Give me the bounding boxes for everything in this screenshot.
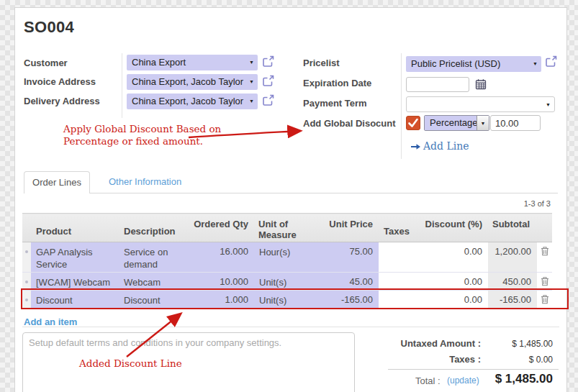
cell-product[interactable]: GAP Analysis Service bbox=[31, 242, 119, 273]
row-gutter bbox=[22, 242, 31, 273]
cell-description[interactable]: Service on demand bbox=[119, 242, 189, 273]
payment-term-select[interactable]: ▼ bbox=[406, 96, 555, 112]
cell-unit-price[interactable]: 75.00 bbox=[325, 242, 379, 273]
total-value: $ 1,485.00 bbox=[459, 372, 553, 386]
cell-actions bbox=[537, 273, 552, 291]
cell-uom[interactable]: Unit(s) bbox=[254, 291, 325, 309]
col-unit-of-measure[interactable]: Unit of Measure bbox=[254, 214, 325, 242]
arrow-right-icon bbox=[411, 143, 420, 150]
row-gutter bbox=[22, 273, 31, 291]
delete-row-icon[interactable] bbox=[541, 276, 549, 288]
taxes-total-value: $ 0.00 bbox=[459, 355, 553, 365]
cell-unit-price[interactable]: 45.00 bbox=[325, 273, 379, 291]
cell-uom[interactable]: Unit(s) bbox=[254, 273, 325, 291]
cell-product[interactable]: [WCAM] Webcam bbox=[31, 273, 119, 291]
cell-discount[interactable]: 0.00 bbox=[420, 273, 488, 291]
chevron-down-icon: ▼ bbox=[546, 97, 551, 112]
annotation-added-discount-line: Added Discount Line bbox=[79, 357, 182, 370]
col-unit-price[interactable]: Unit Price bbox=[325, 214, 379, 242]
col-description[interactable]: Description bbox=[119, 214, 189, 242]
delivery-address-label: Delivery Address bbox=[24, 96, 100, 106]
col-subtotal[interactable]: Subtotal bbox=[488, 214, 537, 242]
pricelist-label: Pricelist bbox=[303, 58, 340, 68]
row-gutter bbox=[22, 291, 31, 309]
calendar-icon[interactable] bbox=[475, 78, 487, 93]
terms-notes-textarea[interactable] bbox=[22, 332, 355, 392]
customer-select[interactable]: China Export ▼ bbox=[127, 55, 258, 70]
cell-taxes[interactable] bbox=[379, 273, 420, 291]
totals-divider bbox=[388, 369, 559, 370]
invoice-address-external-link-icon[interactable] bbox=[262, 75, 274, 87]
col-product[interactable]: Product bbox=[31, 214, 119, 242]
cell-uom[interactable]: Hour(s) bbox=[254, 242, 325, 273]
drag-handle-icon[interactable] bbox=[25, 298, 28, 301]
col-discount[interactable]: Discount (%) bbox=[420, 214, 488, 242]
add-line-button[interactable]: Add Line bbox=[411, 140, 469, 152]
tab-order-lines[interactable]: Order Lines bbox=[24, 171, 90, 193]
cell-taxes[interactable] bbox=[379, 242, 420, 273]
invoice-address-value: China Export, Jacob Taylor bbox=[132, 76, 243, 87]
sale-order-card: SO004 Customer Invoice Address Delivery … bbox=[14, 7, 567, 392]
cell-qty[interactable]: 16.000 bbox=[189, 242, 254, 273]
delete-row-icon[interactable] bbox=[541, 246, 549, 258]
delivery-address-select[interactable]: China Export, Jacob Taylor ▼ bbox=[127, 94, 258, 109]
delete-row-icon[interactable] bbox=[541, 294, 549, 306]
sale-order-page: SO004 Customer Invoice Address Delivery … bbox=[0, 0, 578, 392]
invoice-address-select[interactable]: China Export, Jacob Taylor ▼ bbox=[127, 74, 258, 90]
delivery-address-external-link-icon[interactable] bbox=[262, 94, 274, 106]
page-title: SO004 bbox=[24, 18, 74, 37]
payment-term-label: Payment Term bbox=[303, 98, 367, 109]
cell-description[interactable]: Discount bbox=[119, 291, 189, 309]
drag-handle-icon[interactable] bbox=[25, 281, 28, 283]
table-row[interactable]: [WCAM] Webcam Webcam 10.000 Unit(s) 45.0… bbox=[22, 273, 552, 291]
drag-handle-icon[interactable] bbox=[25, 250, 28, 253]
cell-taxes[interactable] bbox=[379, 291, 420, 309]
col-taxes[interactable]: Taxes bbox=[379, 214, 420, 242]
add-an-item-link[interactable]: Add an item bbox=[24, 316, 77, 327]
expiration-date-label: Expiration Date bbox=[303, 78, 371, 88]
order-lines-table: Product Description Ordered Qty Unit of … bbox=[22, 213, 552, 309]
customer-label: Customer bbox=[24, 58, 68, 68]
cell-subtotal: -165.00 bbox=[488, 291, 537, 309]
pager[interactable]: 1-3 of 3 bbox=[524, 199, 551, 208]
gutter-header bbox=[22, 214, 31, 242]
discount-type-select[interactable]: Percentage ▼ bbox=[424, 115, 489, 131]
cell-actions bbox=[537, 291, 552, 309]
table-row[interactable]: GAP Analysis Service Service on demand 1… bbox=[22, 242, 552, 273]
col-ordered-qty[interactable]: Ordered Qty bbox=[189, 214, 254, 242]
global-discount-checkbox[interactable] bbox=[406, 116, 420, 130]
customer-value: China Export bbox=[132, 57, 186, 68]
chevron-down-icon: ▼ bbox=[477, 116, 489, 130]
table-header-row: Product Description Ordered Qty Unit of … bbox=[22, 214, 552, 242]
delivery-address-value: China Export, Jacob Taylor bbox=[132, 96, 243, 106]
footer-divider bbox=[22, 327, 559, 327]
customer-external-link-icon[interactable] bbox=[262, 55, 274, 68]
pricelist-value: Public Pricelist (USD) bbox=[411, 58, 500, 69]
invoice-address-label: Invoice Address bbox=[24, 76, 96, 87]
col-actions bbox=[537, 214, 552, 242]
annotation-global-discount: Apply Global Discount Based on Percentag… bbox=[63, 123, 221, 147]
pricelist-external-link-icon[interactable] bbox=[545, 55, 557, 68]
discount-value-input[interactable] bbox=[490, 115, 541, 131]
cell-unit-price[interactable]: -165.00 bbox=[325, 291, 379, 309]
cell-subtotal: 1,200.00 bbox=[488, 242, 537, 273]
cell-subtotal: 450.00 bbox=[488, 273, 537, 291]
annotation-line-1: Apply Global Discount Based on bbox=[63, 123, 221, 135]
chevron-down-icon: ▼ bbox=[249, 55, 254, 70]
cell-qty[interactable]: 10.000 bbox=[189, 273, 254, 291]
discount-type-value: Percentage bbox=[425, 116, 477, 130]
cell-product[interactable]: Discount bbox=[31, 291, 119, 309]
tab-other-information[interactable]: Other Information bbox=[99, 171, 191, 193]
pricelist-select[interactable]: Public Pricelist (USD) ▼ bbox=[406, 56, 541, 72]
cell-qty[interactable]: 1.000 bbox=[189, 291, 254, 309]
chevron-down-icon: ▼ bbox=[249, 94, 254, 109]
annotation-line-2: Percentage or fixed amount. bbox=[63, 135, 203, 147]
cell-discount[interactable]: 0.00 bbox=[420, 242, 488, 273]
cell-discount[interactable]: 0.00 bbox=[420, 291, 488, 309]
annotation-line-3: Added Discount Line bbox=[79, 357, 182, 369]
cell-description[interactable]: Webcam bbox=[119, 273, 189, 291]
table-row-discount[interactable]: Discount Discount 1.000 Unit(s) -165.00 … bbox=[22, 291, 552, 309]
expiration-date-input[interactable] bbox=[406, 77, 469, 92]
chevron-down-icon: ▼ bbox=[533, 56, 538, 72]
left-column-separator bbox=[122, 53, 122, 118]
